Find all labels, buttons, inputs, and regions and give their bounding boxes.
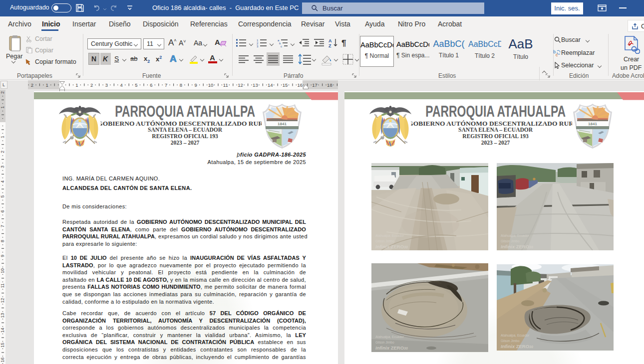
svg-text:14: 14: [268, 82, 273, 88]
svg-text:Infinix ZERO30: Infinix ZERO30: [501, 244, 533, 249]
svg-text:3: 3: [105, 82, 108, 88]
svg-text:6: 6: [150, 82, 152, 88]
svg-text:12: 12: [0, 298, 5, 303]
svg-text:Infinix ZERO30: Infinix ZERO30: [375, 345, 408, 351]
svg-text:8: 8: [0, 240, 5, 242]
svg-text:1: 1: [0, 136, 5, 138]
svg-text:13: 13: [0, 313, 5, 318]
svg-text:17: 17: [312, 82, 318, 88]
svg-text:A: A: [328, 38, 332, 43]
svg-text:2: 2: [0, 91, 5, 94]
svg-text:5: 5: [0, 195, 5, 197]
svg-text:1: 1: [46, 82, 48, 88]
svg-text:3: 3: [257, 45, 259, 48]
svg-text:Gilson Jimbo: Gilson Jimbo: [375, 341, 394, 344]
svg-text:18: 18: [327, 82, 332, 88]
svg-text:Gilson Jimbo: Gilson Jimbo: [501, 239, 520, 243]
svg-text:16: 16: [298, 82, 303, 88]
svg-text:2: 2: [90, 82, 93, 88]
svg-text:11: 11: [0, 283, 5, 288]
svg-text:1: 1: [0, 106, 5, 109]
svg-text:10: 10: [0, 268, 5, 273]
svg-text:12: 12: [238, 82, 243, 88]
svg-text:9: 9: [195, 82, 197, 88]
svg-text:Atahualpa, Ecuador: Atahualpa, Ecuador: [501, 334, 530, 338]
svg-text:5: 5: [135, 82, 137, 88]
svg-text:15: 15: [283, 82, 288, 88]
svg-text:16: 16: [0, 358, 5, 363]
svg-text:2: 2: [31, 82, 33, 88]
svg-text:Infinix ZERO30: Infinix ZERO30: [375, 244, 408, 249]
svg-text:c: c: [281, 45, 282, 48]
svg-text:6: 6: [0, 210, 5, 212]
svg-text:Atahualpa, Ecuador: Atahualpa, Ecuador: [375, 234, 404, 238]
svg-text:4: 4: [120, 82, 123, 88]
svg-text:c: c: [556, 52, 558, 57]
svg-text:Infinix ZERO30: Infinix ZERO30: [501, 344, 533, 349]
svg-text:7: 7: [0, 225, 5, 227]
svg-text:4: 4: [0, 181, 5, 183]
svg-text:11: 11: [223, 82, 228, 88]
svg-text:Gilson Jimbo: Gilson Jimbo: [375, 239, 394, 243]
svg-text:Z: Z: [328, 43, 331, 48]
svg-text:3: 3: [0, 166, 5, 168]
svg-text:7: 7: [165, 82, 167, 88]
svg-text:1: 1: [75, 82, 78, 88]
svg-text:13: 13: [253, 82, 258, 88]
svg-text:8: 8: [180, 82, 182, 88]
svg-text:15: 15: [0, 343, 5, 348]
svg-text:10: 10: [208, 82, 214, 88]
svg-text:Atahualpa, Ecuador: Atahualpa, Ecuador: [375, 335, 404, 339]
svg-text:14: 14: [0, 328, 5, 333]
svg-text:2: 2: [0, 151, 5, 153]
svg-text:Atahualpa, Ecuador: Atahualpa, Ecuador: [501, 234, 530, 238]
svg-text:Gilson Jimbo: Gilson Jimbo: [501, 339, 520, 343]
svg-text:9: 9: [0, 255, 5, 257]
